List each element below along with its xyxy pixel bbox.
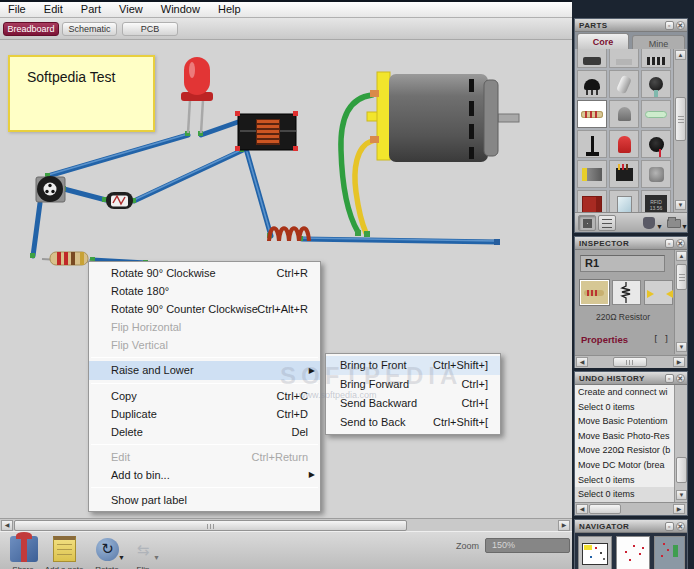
photoresistor[interactable]	[106, 192, 133, 209]
menu-item-bring-to-front[interactable]: Bring to Front Ctrl+Shift+]	[326, 356, 500, 375]
tab-breadboard[interactable]: Breadboard	[3, 22, 59, 36]
pcb-preview[interactable]	[644, 280, 673, 305]
sticky-note[interactable]: Softpedia Test	[8, 55, 155, 132]
breadboard-canvas[interactable]: Softpedia Test Rotate 90° Clockwise Ctrl…	[0, 40, 572, 518]
list-view-button[interactable]	[598, 215, 616, 231]
menu-item-show-part-label[interactable]: Show part label	[89, 491, 320, 509]
parts-tab-mine[interactable]: Mine	[632, 35, 685, 49]
menu-item-copy[interactable]: Copy Ctrl+C	[89, 387, 320, 405]
menu-edit[interactable]: Edit	[44, 2, 63, 17]
menu-help[interactable]: Help	[218, 2, 241, 17]
part-probe[interactable]	[577, 130, 607, 158]
part-piezo-buzzer[interactable]	[641, 130, 671, 158]
scroll-right-arrow[interactable]: ▶	[673, 504, 685, 514]
panel-close-icon[interactable]: ✕	[676, 239, 685, 248]
part-capacitor[interactable]	[609, 70, 639, 98]
dc-motor[interactable]	[367, 72, 519, 162]
menu-item-bring-forward[interactable]: Bring Forward Ctrl+]	[326, 375, 500, 394]
breadboard-preview[interactable]	[580, 280, 609, 305]
menu-item-delete[interactable]: Delete Del	[89, 423, 320, 441]
zoom-value-field[interactable]: 150%	[485, 538, 570, 553]
led[interactable]	[181, 57, 213, 133]
scroll-down-arrow[interactable]: ▼	[676, 342, 687, 352]
add-note-icon[interactable]	[53, 536, 76, 562]
parts-tab-core[interactable]: Core	[577, 33, 629, 49]
panel-minimize-icon[interactable]: ▫	[665, 522, 674, 531]
scroll-right-arrow[interactable]: ▶	[558, 520, 570, 531]
scroll-thumb[interactable]	[589, 504, 621, 514]
undo-item-current[interactable]: Select 0 items	[575, 487, 675, 502]
part-resistor[interactable]	[577, 100, 607, 128]
undo-item[interactable]: Move 220Ω Resistor (b	[575, 443, 675, 458]
scroll-left-arrow[interactable]: ◀	[576, 504, 588, 514]
scroll-up-arrow[interactable]: ▲	[675, 50, 686, 60]
undo-item[interactable]: Move Basic Photo-Res	[575, 429, 675, 444]
menu-item-rotate-180[interactable]: Rotate 180°	[89, 282, 320, 300]
tab-pcb[interactable]: PCB	[122, 22, 178, 36]
part-led[interactable]	[609, 130, 639, 158]
part-transistor[interactable]	[577, 70, 607, 98]
part-name-field[interactable]: R1	[580, 255, 665, 272]
menu-file[interactable]: File	[8, 2, 26, 17]
scroll-down-arrow[interactable]: ▼	[675, 200, 686, 210]
scroll-right-arrow[interactable]: ▶	[673, 357, 685, 367]
scroll-thumb[interactable]	[14, 520, 407, 531]
menu-item-send-backward[interactable]: Send Backward Ctrl+[	[326, 394, 500, 413]
undo-item[interactable]: Move DC Motor (brea	[575, 458, 675, 473]
menu-item-add-to-bin[interactable]: Add to bin... ▶	[89, 466, 320, 484]
share-icon[interactable]	[10, 536, 38, 562]
scroll-left-arrow[interactable]: ◀	[1, 520, 13, 531]
part-solar-cell[interactable]	[609, 190, 639, 212]
rotate-icon[interactable]: ↻	[96, 538, 119, 561]
tab-schematic[interactable]: Schematic	[62, 22, 117, 36]
undo-item[interactable]: Create and connect wi	[575, 385, 675, 400]
scroll-thumb[interactable]	[676, 264, 687, 290]
navigator-pcb-thumb[interactable]	[654, 536, 685, 569]
scroll-left-arrow[interactable]: ◀	[576, 357, 588, 367]
scroll-thumb[interactable]	[613, 357, 647, 367]
part-unknown[interactable]	[609, 49, 639, 68]
undo-item[interactable]: Move Basic Potentiom	[575, 414, 675, 429]
grid-view-button[interactable]	[578, 215, 596, 231]
menu-item-rotate-90-cw[interactable]: Rotate 90° Clockwise Ctrl+R	[89, 264, 320, 282]
panel-minimize-icon[interactable]: ▫	[665, 21, 674, 30]
bin-folder-icon[interactable]	[667, 219, 681, 228]
panel-minimize-icon[interactable]: ▫	[665, 374, 674, 383]
scroll-up-arrow[interactable]: ▲	[676, 251, 687, 261]
part-dip-switch[interactable]	[641, 49, 671, 68]
panel-close-icon[interactable]: ✕	[676, 374, 685, 383]
part-electret-mic[interactable]	[609, 100, 639, 128]
part-export-icon[interactable]	[643, 217, 655, 229]
panel-close-icon[interactable]: ✕	[676, 522, 685, 531]
part-microphone[interactable]	[641, 70, 671, 98]
part-stepper-motor[interactable]	[641, 160, 671, 188]
menu-window[interactable]: Window	[161, 2, 200, 17]
undo-item[interactable]: Select 0 items	[575, 473, 675, 488]
menu-item-send-to-back[interactable]: Send to Back Ctrl+Shift+[	[326, 413, 500, 432]
part-rfid-tag[interactable]: RFID 13.56	[641, 190, 671, 212]
part-chip[interactable]	[577, 49, 607, 68]
part-pcb[interactable]	[577, 190, 607, 212]
menu-item-duplicate[interactable]: Duplicate Ctrl+D	[89, 405, 320, 423]
panel-close-icon[interactable]: ✕	[676, 21, 685, 30]
undo-item[interactable]: Select 0 items	[575, 400, 675, 415]
menu-item-rotate-90-ccw[interactable]: Rotate 90° Counter Clockwise Ctrl+Alt+R	[89, 300, 320, 318]
selected-component[interactable]	[235, 111, 298, 151]
navigator-breadboard-thumb[interactable]	[578, 536, 612, 569]
part-servo[interactable]	[609, 160, 639, 188]
menu-item-raise-and-lower[interactable]: Raise and Lower ▶	[89, 361, 320, 380]
part-dropdown-arrow-icon[interactable]: ▼	[656, 223, 663, 230]
schematic-preview[interactable]	[612, 280, 641, 305]
rotate-dropdown-arrow-icon[interactable]: ▼	[118, 554, 125, 561]
properties-header[interactable]: Properties	[581, 334, 628, 345]
scroll-thumb[interactable]	[676, 457, 687, 483]
panel-minimize-icon[interactable]: ▫	[665, 239, 674, 248]
part-reed-switch[interactable]	[641, 100, 671, 128]
menu-part[interactable]: Part	[81, 2, 101, 17]
part-dc-motor[interactable]	[577, 160, 607, 188]
folder-dropdown-arrow-icon[interactable]: ▼	[681, 223, 688, 230]
scroll-down-arrow[interactable]: ▼	[676, 490, 687, 500]
potentiometer[interactable]	[36, 176, 65, 202]
navigator-schematic-thumb[interactable]	[616, 536, 650, 569]
menu-view[interactable]: View	[119, 2, 143, 17]
